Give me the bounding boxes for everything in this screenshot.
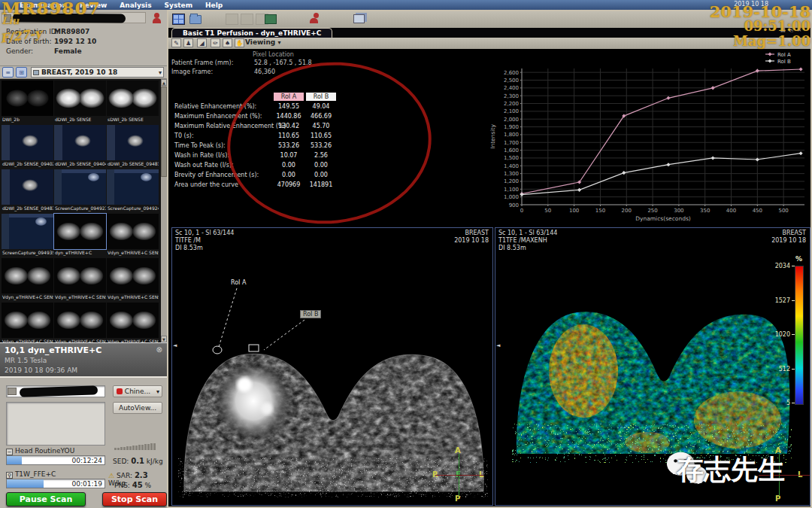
- thumbnail-scrollbar[interactable]: ▲ ▼: [161, 79, 167, 342]
- autoview-button[interactable]: AutoView...: [113, 402, 162, 414]
- study-dropdown[interactable]: BREAST, 2019 10 18 ▾: [31, 67, 164, 78]
- roi-a-label[interactable]: RoI A: [231, 279, 246, 286]
- thumbnail-image[interactable]: [107, 125, 159, 160]
- thumbnail-image[interactable]: [2, 214, 53, 249]
- exam1-progress: 00:12:24: [6, 455, 105, 465]
- zoom-tool-icon[interactable]: ✎: [171, 38, 181, 47]
- exam1-name: Head RoutineYOU: [15, 447, 74, 455]
- menu-review[interactable]: Review: [80, 2, 107, 9]
- thumbnail-image[interactable]: [107, 214, 159, 249]
- svg-text:2,500: 2,500: [504, 78, 519, 84]
- person-red-icon[interactable]: [310, 13, 323, 24]
- thumbnail-ddwi-2b-sense-09483[interactable]: dDWI_2b SENSE_09483: [2, 169, 53, 213]
- viewport-right-info: Sc 10, 1 - Sl 63/144 T1TFE /MAXENH DI 8.…: [498, 230, 557, 252]
- thumbnail-image[interactable]: [54, 303, 106, 338]
- pause-scan-button[interactable]: Pause Scan: [6, 492, 86, 506]
- viewing-dropdown[interactable]: Viewing ▾: [245, 38, 280, 46]
- exam1-row[interactable]: − Head RoutineYOU: [6, 447, 74, 455]
- thumbnail-image[interactable]: [107, 81, 159, 116]
- thumbnail-vdyn-ethrive+c-sens[interactable]: Vdyn_eTHRIVE+C SENS: [107, 258, 159, 302]
- svg-text:150: 150: [595, 208, 605, 214]
- colorbar-tick-mark: [792, 403, 795, 403]
- save-icon[interactable]: ▤: [780, 27, 786, 33]
- pan-hand-icon[interactable]: ✋: [235, 38, 244, 47]
- roi-b-label[interactable]: RoI B: [300, 310, 321, 318]
- svg-text:1,700: 1,700: [504, 140, 519, 146]
- export-icon[interactable]: ⎘: [789, 27, 794, 33]
- thumbnail-image[interactable]: [2, 258, 53, 294]
- row-label: Time To Peak (s):: [174, 142, 226, 149]
- thumbnail-ddwi-2b-sense-09404[interactable]: dDWI_2b SENSE_09404: [54, 125, 106, 169]
- people-tool-icon[interactable]: ♠: [223, 38, 232, 47]
- scan-queue-listbox[interactable]: [6, 402, 105, 446]
- thumbnail-caption: sDWI_2b SENSE: [107, 116, 159, 123]
- stop-scan-button[interactable]: Stop Scan: [102, 492, 167, 506]
- exam2-row[interactable]: ⚲ T1W_FFE+C: [6, 470, 56, 479]
- thumbnail-image[interactable]: [54, 214, 106, 249]
- thumbnail-vdyn-ethrive+c-sens[interactable]: Vdyn_eTHRIVE+C SENS: [107, 303, 159, 342]
- thumbnail-vdyn-ethrive+c-sens[interactable]: Vdyn_eTHRIVE+C SENS: [2, 303, 53, 342]
- scrollbar-thumb[interactable]: [161, 87, 167, 177]
- thumbnail-ddwi-2b-sense-09402[interactable]: dDWI_2b SENSE_09402: [2, 125, 53, 169]
- network-transfer-icon[interactable]: [265, 14, 277, 24]
- thumbnail-vdyn-ethrive+c-sens[interactable]: Vdyn_eTHRIVE+C SENS: [107, 214, 159, 257]
- thumbnail-image[interactable]: [107, 303, 159, 338]
- tab-basic-t1-perfusion[interactable]: Basic T1 Perfusion - dyn_eTHRIVE+C: [171, 28, 332, 38]
- viewport-maxenh-map[interactable]: Sc 10, 1 - Sl 63/144 T1TFE /MAXENH DI 8.…: [495, 227, 810, 506]
- window-stack-icon[interactable]: [353, 14, 365, 23]
- thumbnail-image[interactable]: [2, 81, 53, 116]
- menu-examination[interactable]: Examination: [20, 2, 67, 9]
- thumbnail-ddwi-2b-sense[interactable]: dDWI_2b SENSE: [54, 81, 106, 124]
- svg-text:2,100: 2,100: [504, 108, 519, 114]
- brush-tool-icon[interactable]: ✏: [211, 38, 220, 47]
- thumbnail-sdwi-2b-sense[interactable]: sDWI_2b SENSE: [107, 81, 159, 124]
- thumbnail-image[interactable]: [2, 303, 53, 338]
- thumbnail-screencapture-094923[interactable]: ScreenCapture_094923: [54, 169, 106, 213]
- thumbnail-vdyn-ethrive+c-sens[interactable]: Vdyn_eTHRIVE+C SENS: [2, 258, 53, 302]
- thumbnail-image[interactable]: [2, 125, 53, 160]
- tab-row: Basic T1 Perfusion - dyn_eTHRIVE+C: [168, 28, 810, 38]
- thumbnail-image[interactable]: [2, 169, 53, 205]
- enhancement-chart: 9001,0001,1001,2001,3001,4001,5001,6001,…: [487, 49, 810, 227]
- menu-system[interactable]: System: [165, 2, 193, 9]
- scroll-up-icon[interactable]: ▲: [161, 79, 167, 86]
- thumbnail-image[interactable]: [54, 169, 106, 205]
- list-view-icon[interactable]: ≡: [2, 67, 14, 78]
- colorbar-tick-label: 1020: [763, 331, 790, 338]
- viewport-anatomic[interactable]: Sc 10, 1 - Sl 63/144 TITFE /M DI 8.53m B…: [171, 227, 493, 506]
- thumbnail-dwi-2b[interactable]: DWI_2b: [2, 81, 53, 124]
- menu-help[interactable]: Help: [205, 2, 223, 9]
- thumbnail-vdyn-ethrive+c-sens[interactable]: Vdyn_eTHRIVE+C SENS: [54, 303, 106, 342]
- thumbnail-caption: dDWI_2b SENSE_09402: [2, 160, 53, 168]
- study-dropdown-label: BREAST, 2019 10 18: [41, 68, 117, 76]
- thumbnail-image[interactable]: [54, 81, 106, 116]
- monitor-icon: [33, 70, 39, 75]
- collapse-icon[interactable]: ⊗: [156, 345, 162, 354]
- chevron-down-icon: ▾: [156, 387, 159, 397]
- patient-tool-icon[interactable]: ♟: [183, 38, 193, 47]
- window-layout-icon[interactable]: [172, 14, 185, 25]
- scroll-down-icon[interactable]: ▼: [161, 336, 167, 342]
- thumbnail-dyn-ethrive+c[interactable]: dyn_eTHRIVE+C: [54, 214, 106, 257]
- folder-icon[interactable]: [189, 15, 201, 24]
- menu-analysis[interactable]: Analysis: [120, 2, 151, 9]
- thumbnail-image[interactable]: [54, 125, 106, 160]
- close-icon[interactable]: ✕: [797, 27, 801, 33]
- red-circle-annotation: [220, 52, 440, 233]
- viewing-label: Viewing: [245, 38, 275, 46]
- svg-text:1,500: 1,500: [504, 155, 519, 161]
- contrast-tool-icon[interactable]: ◢: [197, 38, 207, 47]
- colorbar-tick-mark: [792, 334, 795, 335]
- svg-text:Dynamics(seconds): Dynamics(seconds): [635, 215, 691, 222]
- colorbar-tick-label: 2034: [763, 263, 790, 269]
- language-button[interactable]: Chine... ▾: [113, 385, 162, 397]
- thumbnail-view-icon[interactable]: ⊞: [16, 67, 27, 78]
- patient-person-icon: [153, 13, 161, 23]
- thumbnail-vdyn-ethrive+c-sens[interactable]: Vdyn_eTHRIVE+C SENS: [54, 258, 106, 302]
- thumbnail-ddwi-2b-sense-09481[interactable]: dDWI_2b SENSE_09481: [107, 125, 159, 169]
- thumbnail-image[interactable]: [54, 258, 106, 294]
- thumbnail-image[interactable]: [107, 169, 159, 205]
- thumbnail-screencapture-094924[interactable]: ScreenCapture_094924: [107, 169, 159, 213]
- thumbnail-screencapture-094935[interactable]: ScreenCapture_094935: [2, 214, 53, 257]
- thumbnail-image[interactable]: [107, 258, 159, 294]
